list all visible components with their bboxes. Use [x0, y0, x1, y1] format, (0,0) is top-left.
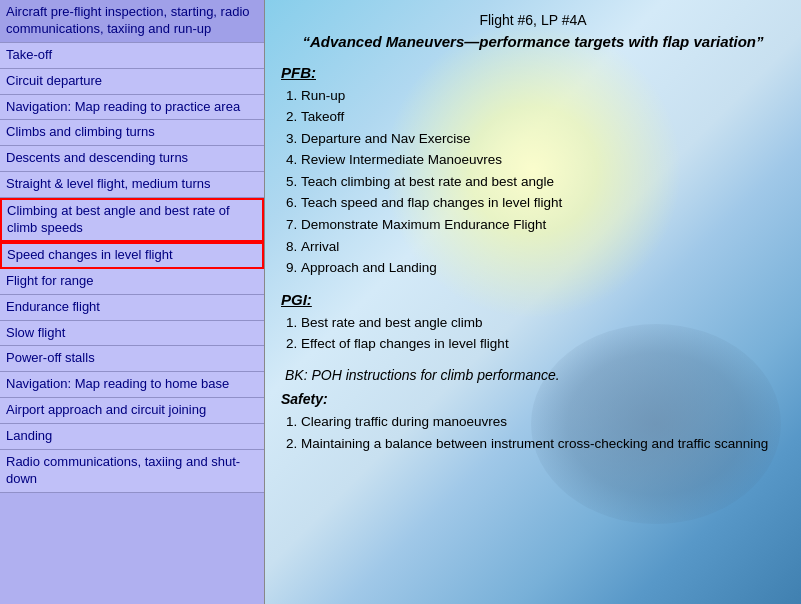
sidebar-item-descents-turns[interactable]: Descents and descending turns: [0, 146, 264, 172]
pgi-list-item: Best rate and best angle climb: [301, 312, 785, 334]
pfb-list-item: Teach speed and flap changes in level fl…: [301, 192, 785, 214]
pfb-list-item: Teach climbing at best rate and best ang…: [301, 171, 785, 193]
sidebar-item-landing[interactable]: Landing: [0, 424, 264, 450]
pfb-list: Run-upTakeoffDeparture and Nav ExerciseR…: [301, 85, 785, 279]
sidebar-item-flight-range[interactable]: Flight for range: [0, 269, 264, 295]
sidebar-item-climbing-best[interactable]: Climbing at best angle and best rate of …: [0, 198, 264, 242]
sidebar-item-navigation-home[interactable]: Navigation: Map reading to home base: [0, 372, 264, 398]
pfb-list-item: Departure and Nav Exercise: [301, 128, 785, 150]
sidebar-item-climbs-turns[interactable]: Climbs and climbing turns: [0, 120, 264, 146]
pgi-list-item: Effect of flap changes in level flight: [301, 333, 785, 355]
sidebar-item-endurance[interactable]: Endurance flight: [0, 295, 264, 321]
flight-subtitle: “Advanced Maneuvers—performance targets …: [281, 32, 785, 52]
sidebar-item-power-stalls[interactable]: Power-off stalls: [0, 346, 264, 372]
pgi-list: Best rate and best angle climbEffect of …: [301, 312, 785, 355]
main-content: Flight #6, LP #4A “Advanced Maneuvers—pe…: [265, 0, 801, 604]
sidebar-item-radio-shutdown[interactable]: Radio communications, taxiing and shut-d…: [0, 450, 264, 493]
pfb-list-item: Run-up: [301, 85, 785, 107]
sidebar: Aircraft pre-flight inspection, starting…: [0, 0, 265, 604]
flight-number: Flight #6, LP #4A: [281, 12, 785, 28]
safety-list-item: Clearing traffic during manoeuvres: [301, 411, 785, 433]
bk-text: BK: POH instructions for climb performan…: [285, 367, 785, 383]
sidebar-item-pre-flight[interactable]: Aircraft pre-flight inspection, starting…: [0, 0, 264, 43]
pfb-list-item: Demonstrate Maximum Endurance Flight: [301, 214, 785, 236]
pfb-list-item: Arrival: [301, 236, 785, 258]
pfb-label: PFB:: [281, 64, 785, 81]
sidebar-item-straight-level[interactable]: Straight & level flight, medium turns: [0, 172, 264, 198]
safety-list: Clearing traffic during manoeuvresMainta…: [301, 411, 785, 454]
pfb-list-item: Takeoff: [301, 106, 785, 128]
safety-list-item: Maintaining a balance between instrument…: [301, 433, 785, 455]
pfb-list-item: Approach and Landing: [301, 257, 785, 279]
sidebar-item-speed-changes[interactable]: Speed changes in level flight: [0, 242, 264, 269]
safety-label: Safety:: [281, 391, 785, 407]
sidebar-item-take-off[interactable]: Take-off: [0, 43, 264, 69]
sidebar-item-slow-flight[interactable]: Slow flight: [0, 321, 264, 347]
sidebar-item-circuit-departure[interactable]: Circuit departure: [0, 69, 264, 95]
pgi-label: PGI:: [281, 291, 785, 308]
sidebar-item-airport-approach[interactable]: Airport approach and circuit joining: [0, 398, 264, 424]
sidebar-item-navigation-practice[interactable]: Navigation: Map reading to practice area: [0, 95, 264, 121]
pfb-list-item: Review Intermediate Manoeuvres: [301, 149, 785, 171]
